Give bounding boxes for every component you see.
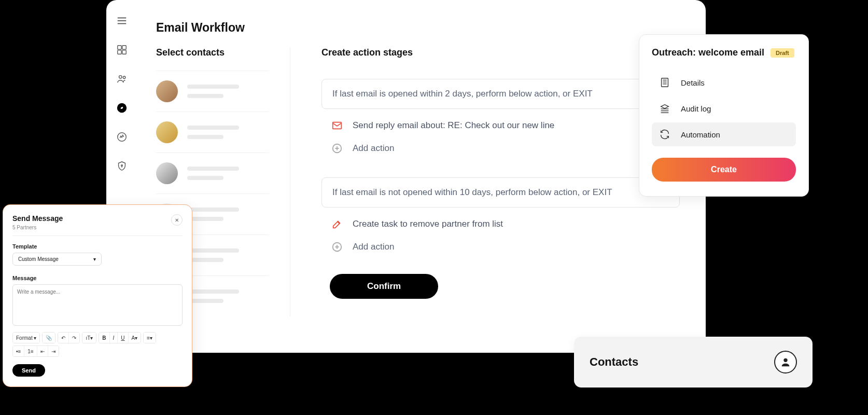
svg-point-27 xyxy=(783,358,787,362)
close-icon[interactable]: ✕ xyxy=(171,214,183,226)
text-size-icon[interactable]: ıT▾ xyxy=(82,333,96,343)
contact-row[interactable] xyxy=(156,112,269,153)
contact-row[interactable] xyxy=(156,71,269,112)
outdent-icon[interactable]: ⇤ xyxy=(37,346,48,356)
bold-icon[interactable]: B xyxy=(99,333,109,343)
align-icon[interactable]: ≡▾ xyxy=(144,333,156,343)
avatar xyxy=(156,121,178,143)
svg-rect-6 xyxy=(122,50,126,54)
message-textarea[interactable] xyxy=(12,284,183,326)
action-label: Send reply email about: RE: Check out ou… xyxy=(353,120,554,131)
activity-icon[interactable] xyxy=(116,131,128,143)
dashboard-icon[interactable] xyxy=(116,44,128,56)
outreach-title: Outreach: welcome email xyxy=(652,47,764,58)
send-message-title: Send Message xyxy=(12,214,63,223)
svg-rect-3 xyxy=(118,46,121,49)
svg-rect-20 xyxy=(662,78,668,87)
nav-label: Details xyxy=(681,78,705,87)
page-title: Email Workflow xyxy=(156,21,680,35)
text-color-icon[interactable]: A▾ xyxy=(129,333,141,343)
contact-row[interactable] xyxy=(156,153,269,193)
underline-icon[interactable]: U xyxy=(118,333,128,343)
action-label: Create task to remove partner from list xyxy=(353,219,503,229)
menu-icon[interactable] xyxy=(116,15,128,27)
create-stages-title: Create action stages xyxy=(321,47,680,58)
avatar xyxy=(156,162,178,184)
people-icon[interactable] xyxy=(116,73,128,85)
refresh-icon xyxy=(659,129,670,140)
app-body: Email Workflow Select contacts Create ac… xyxy=(137,0,706,353)
condition-box[interactable]: If last email is opened within 2 days, p… xyxy=(321,79,680,109)
format-dropdown[interactable]: Format ▾ xyxy=(13,333,39,343)
message-label: Message xyxy=(12,275,183,281)
attach-icon[interactable]: 📎 xyxy=(43,333,55,343)
action-row[interactable]: Create task to remove partner from list xyxy=(321,212,680,230)
mail-icon xyxy=(331,119,343,132)
add-action-label: Add action xyxy=(353,242,394,252)
stack-icon xyxy=(659,103,670,114)
svg-point-11 xyxy=(121,165,123,167)
add-action-row[interactable]: Add action xyxy=(321,234,680,253)
status-badge: Draft xyxy=(771,48,794,58)
undo-icon[interactable]: ↶ xyxy=(58,333,69,343)
nav-item-audit-log[interactable]: Audit log xyxy=(652,96,796,120)
chevron-down-icon: ▾ xyxy=(93,256,96,262)
template-value: Custom Message xyxy=(18,256,59,262)
svg-rect-4 xyxy=(122,46,126,49)
avatar xyxy=(156,80,178,102)
send-message-popup: Send Message 5 Partners ✕ Template Custo… xyxy=(3,205,192,386)
svg-rect-5 xyxy=(118,50,121,54)
create-button[interactable]: Create xyxy=(652,158,796,182)
send-button[interactable]: Send xyxy=(12,364,45,377)
plus-circle-icon xyxy=(331,142,343,155)
contacts-title: Contacts xyxy=(590,355,638,369)
editor-toolbar: Format ▾ 📎 ↶↷ ıT▾ BIUA▾ ≡▾ •≡1≡⇤⇥ xyxy=(12,332,183,357)
nav-label: Automation xyxy=(681,130,720,139)
contacts-bar[interactable]: Contacts xyxy=(574,337,813,388)
edit-icon xyxy=(331,218,343,230)
condition-box[interactable]: If last email is not opened within 10 da… xyxy=(321,177,680,208)
add-action-row[interactable]: Add action xyxy=(321,136,680,155)
compass-icon[interactable] xyxy=(116,102,128,114)
nav-label: Audit log xyxy=(681,104,711,113)
outreach-panel: Outreach: welcome email Draft Details Au… xyxy=(639,34,809,197)
stages-column: Create action stages If last email is op… xyxy=(290,47,680,316)
confirm-button[interactable]: Confirm xyxy=(330,274,438,299)
italic-icon[interactable]: I xyxy=(110,333,118,343)
indent-icon[interactable]: ⇥ xyxy=(48,346,59,356)
add-action-label: Add action xyxy=(353,143,394,154)
document-icon xyxy=(659,77,670,88)
template-select[interactable]: Custom Message ▾ xyxy=(12,253,102,266)
action-row[interactable]: Send reply email about: RE: Check out ou… xyxy=(321,113,680,132)
svg-point-8 xyxy=(123,76,125,79)
nav-item-details[interactable]: Details xyxy=(652,71,796,94)
svg-point-7 xyxy=(119,76,122,79)
user-avatar-icon[interactable] xyxy=(774,351,797,374)
bullet-list-icon[interactable]: •≡ xyxy=(13,346,24,356)
main-app-window: Email Workflow Select contacts Create ac… xyxy=(106,0,706,353)
redo-icon[interactable]: ↷ xyxy=(69,333,79,343)
nav-item-automation[interactable]: Automation xyxy=(652,122,796,146)
select-contacts-title: Select contacts xyxy=(156,47,269,58)
template-label: Template xyxy=(12,243,183,250)
send-message-subtitle: 5 Partners xyxy=(12,225,63,230)
shield-icon[interactable] xyxy=(116,160,128,172)
number-list-icon[interactable]: 1≡ xyxy=(24,346,37,356)
plus-circle-icon xyxy=(331,241,343,253)
divider xyxy=(12,236,183,236)
